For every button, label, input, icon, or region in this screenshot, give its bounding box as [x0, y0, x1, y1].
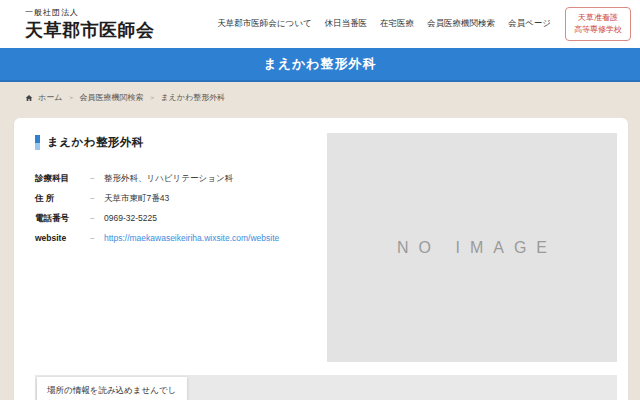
detail-row: website−https://maekawaseikeiriha.wixsit…	[35, 233, 320, 253]
detail-label: 住 所	[35, 193, 90, 205]
breadcrumb-bar: ホーム＞会員医療機関検索＞まえかわ整形外科	[0, 82, 640, 118]
page: 一般社団法人 天草郡市医師会 天草郡市医師会について休日当番医在宅医療会員医療機…	[0, 0, 640, 400]
page-title: まえかわ整形外科	[263, 55, 376, 73]
detail-row: 電話番号−0969-32-5225	[35, 213, 320, 233]
home-icon	[25, 94, 33, 102]
org-type-label: 一般社団法人	[25, 7, 155, 18]
breadcrumb-items: ホーム＞会員医療機関検索＞まえかわ整形外科	[38, 92, 225, 103]
nav-item[interactable]: 会員ページ	[508, 18, 551, 30]
detail-value: 整形外科、リハビリテーション科	[104, 173, 233, 185]
main-nav: 天草郡市医師会について休日当番医在宅医療会員医療機関検索会員ページ	[217, 18, 551, 30]
nav-item[interactable]: 休日当番医	[325, 18, 368, 30]
detail-label: website	[35, 233, 90, 243]
nav-item[interactable]: 天草郡市医師会について	[217, 18, 311, 30]
clinic-name: まえかわ整形外科	[47, 135, 144, 150]
site-logo[interactable]: 一般社団法人 天草郡市医師会	[25, 7, 155, 42]
no-image-placeholder: NO IMAGE	[327, 133, 617, 362]
detail-label: 電話番号	[35, 213, 90, 225]
site-header: 一般社団法人 天草郡市医師会 天草郡市医師会について休日当番医在宅医療会員医療機…	[0, 0, 640, 48]
detail-separator: −	[90, 193, 104, 203]
detail-value: 0969-32-5225	[104, 213, 157, 223]
clinic-title: まえかわ整形外科	[35, 135, 144, 150]
title-accent-bar	[35, 135, 40, 150]
breadcrumb-item: まえかわ整形外科	[160, 92, 225, 103]
breadcrumb-separator: ＞	[148, 93, 155, 103]
page-banner: まえかわ整形外科	[0, 48, 640, 82]
breadcrumb-item[interactable]: 会員医療機関検索	[79, 92, 143, 103]
map-area[interactable]: 場所の情報を読み込めませんでした。	[35, 375, 617, 400]
nursing-school-button[interactable]: 天草准看護 高等専修学校	[565, 7, 631, 42]
breadcrumb-separator: ＞	[67, 93, 74, 103]
nursing-school-line1: 天草准看護	[578, 13, 618, 22]
map-error-message: 場所の情報を読み込めませんでした。	[47, 385, 176, 400]
detail-separator: −	[90, 213, 104, 223]
nav-item[interactable]: 在宅医療	[380, 18, 414, 30]
detail-separator: −	[90, 233, 104, 243]
clinic-details: 診療科目−整形外科、リハビリテーション科住 所−天草市東町7番43電話番号−09…	[35, 173, 320, 253]
nursing-school-line2: 高等専修学校	[574, 25, 622, 34]
nav-item[interactable]: 会員医療機関検索	[427, 18, 495, 30]
detail-value: 天草市東町7番43	[104, 193, 169, 205]
breadcrumb-item[interactable]: ホーム	[38, 92, 62, 103]
site-title: 天草郡市医師会	[25, 18, 155, 42]
clinic-card: まえかわ整形外科 診療科目−整形外科、リハビリテーション科住 所−天草市東町7番…	[14, 118, 628, 400]
detail-row: 診療科目−整形外科、リハビリテーション科	[35, 173, 320, 193]
detail-row: 住 所−天草市東町7番43	[35, 193, 320, 213]
map-error-box: 場所の情報を読み込めませんでした。	[37, 377, 187, 400]
website-link[interactable]: https://maekawaseikeiriha.wixsite.com/we…	[104, 233, 279, 243]
breadcrumb: ホーム＞会員医療機関検索＞まえかわ整形外科	[25, 92, 640, 103]
detail-label: 診療科目	[35, 173, 90, 185]
no-image-label: NO IMAGE	[387, 239, 557, 257]
detail-separator: −	[90, 173, 104, 183]
